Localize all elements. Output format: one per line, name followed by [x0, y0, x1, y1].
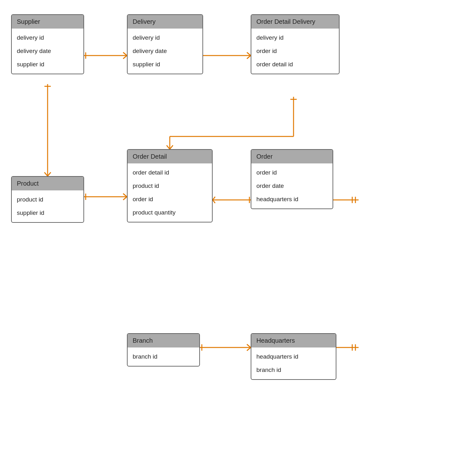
svg-line-9: [44, 172, 48, 176]
field-headquarters-id: headquarters id: [256, 350, 331, 363]
field-order-id: order id: [256, 44, 334, 58]
field-supplier-id: supplier id: [133, 58, 197, 71]
svg-line-2: [123, 56, 127, 59]
order-table-body: order id order date headquarters id: [251, 163, 333, 208]
field-headquarters-id: headquarters id: [256, 193, 327, 206]
headquarters-table-header: Headquarters: [251, 334, 336, 347]
product-table-body: product id supplier id: [12, 190, 83, 222]
branch-table: Branch branch id: [127, 333, 200, 367]
field-supplier-id: supplier id: [17, 58, 78, 71]
field-product-quantity: product quantity: [133, 206, 207, 219]
field-order-detail-id: order detail id: [256, 58, 334, 71]
svg-line-19: [123, 194, 127, 197]
svg-line-1: [123, 52, 127, 56]
svg-line-20: [123, 197, 127, 200]
field-product-id: product id: [17, 193, 78, 206]
delivery-table-header: Delivery: [128, 15, 202, 29]
field-branch-id: branch id: [256, 363, 331, 377]
svg-line-30: [247, 344, 251, 347]
order-detail-table: Order Detail order detail id product id …: [127, 149, 213, 222]
field-delivery-date: delivery date: [133, 44, 197, 58]
order-table-header: Order: [251, 150, 333, 163]
product-table-header: Product: [12, 177, 83, 190]
svg-line-23: [213, 197, 215, 200]
svg-line-5: [247, 52, 251, 56]
svg-line-10: [48, 172, 51, 176]
product-table: Product product id supplier id: [11, 176, 84, 223]
svg-line-16: [170, 145, 173, 149]
order-detail-delivery-table-header: Order Detail Delivery: [251, 15, 339, 29]
field-order-detail-id: order detail id: [133, 166, 207, 179]
svg-line-24: [213, 200, 215, 203]
order-detail-delivery-table-body: delivery id order id order detail id: [251, 29, 339, 74]
delivery-table: Delivery delivery id delivery date suppl…: [127, 14, 203, 74]
svg-line-15: [167, 145, 170, 149]
svg-line-31: [247, 347, 251, 351]
field-product-id: product id: [133, 179, 207, 193]
delivery-table-body: delivery id delivery date supplier id: [128, 29, 202, 74]
field-order-id: order id: [256, 166, 327, 179]
headquarters-table-body: headquarters id branch id: [251, 347, 336, 379]
headquarters-table: Headquarters headquarters id branch id: [251, 333, 336, 380]
field-delivery-id: delivery id: [133, 31, 197, 44]
order-table: Order order id order date headquarters i…: [251, 149, 333, 209]
field-supplier-id: supplier id: [17, 206, 78, 220]
supplier-table: Supplier delivery id delivery date suppl…: [11, 14, 84, 74]
branch-table-header: Branch: [128, 334, 199, 347]
order-detail-table-body: order detail id product id order id prod…: [128, 163, 212, 222]
supplier-table-body: delivery id delivery date supplier id: [12, 29, 83, 74]
svg-line-6: [247, 56, 251, 59]
field-delivery-id: delivery id: [256, 31, 334, 44]
field-delivery-date: delivery date: [17, 44, 78, 58]
field-order-id: order id: [133, 193, 207, 206]
field-order-date: order date: [256, 179, 327, 193]
order-detail-delivery-table: Order Detail Delivery delivery id order …: [251, 14, 340, 74]
field-delivery-id: delivery id: [17, 31, 78, 44]
supplier-table-header: Supplier: [12, 15, 83, 29]
field-branch-id: branch id: [133, 350, 194, 363]
order-detail-table-header: Order Detail: [128, 150, 212, 163]
branch-table-body: branch id: [128, 347, 199, 366]
